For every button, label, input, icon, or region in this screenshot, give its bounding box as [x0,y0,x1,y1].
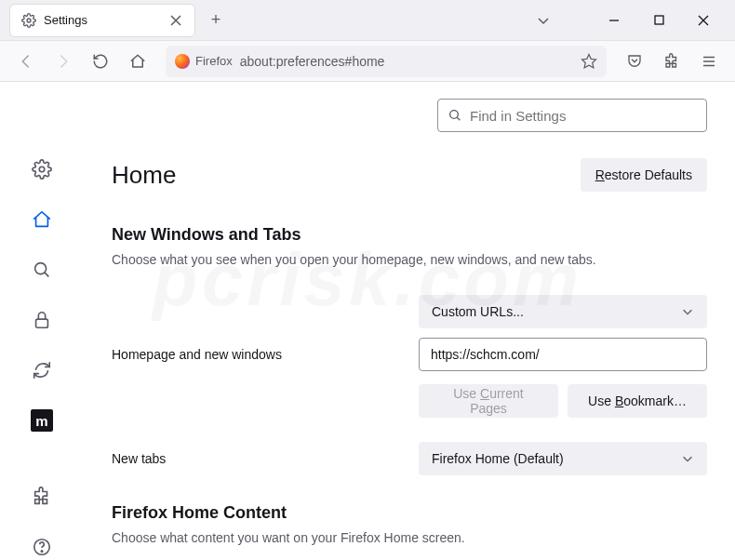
svg-rect-2 [655,16,663,24]
forward-button[interactable] [48,47,78,76]
urlbar[interactable]: Firefox about:preferences#home [166,46,607,77]
settings-search-input[interactable] [470,108,697,124]
sidebar-more[interactable]: m [29,407,55,433]
chevron-down-icon [681,452,694,465]
home-button[interactable] [123,47,153,76]
main-panel: Home Restore Defaults New Windows and Ta… [84,82,735,560]
svg-point-8 [35,263,47,274]
newtabs-mode-select[interactable]: Firefox Home (Default) [419,442,707,475]
tab-title: Settings [44,13,161,27]
minimize-button[interactable] [605,11,623,30]
bookmark-star-icon[interactable] [581,53,597,70]
close-button[interactable] [694,11,713,30]
svg-rect-10 [36,319,48,327]
urlbar-url: about:preferences#home [240,54,573,69]
use-current-pages-button: Use Current Pages [419,384,558,418]
restore-defaults-button[interactable]: Restore Defaults [581,158,707,192]
maximize-button[interactable] [649,11,668,30]
pocket-button[interactable] [620,47,649,76]
tabs-dropdown-icon[interactable] [536,13,551,28]
close-icon[interactable] [168,13,183,28]
tab-settings[interactable]: Settings [9,4,195,37]
toolbar: Firefox about:preferences#home [0,41,735,82]
svg-point-0 [27,19,31,22]
homepage-mode-value: Custom URLs... [432,304,524,319]
homepage-label: Homepage and new windows [112,347,419,362]
sidebar-search[interactable] [29,257,55,283]
gear-icon [21,13,36,28]
firefox-logo-icon [175,54,190,69]
section-new-windows-tabs-desc: Choose what you see when you open your h… [112,252,707,267]
section-home-content-title: Firefox Home Content [112,503,707,523]
sidebar-privacy[interactable] [29,307,55,333]
reload-button[interactable] [86,47,115,76]
svg-point-13 [450,111,459,119]
svg-line-14 [457,117,460,120]
newtabs-mode-value: Firefox Home (Default) [432,451,564,466]
appmenu-button[interactable] [694,47,724,76]
titlebar: Settings + [0,0,735,41]
urlbar-brand: Firefox [195,54,233,68]
page-title: Home [112,161,176,190]
use-bookmark-button[interactable]: Use Bookmark… [568,384,707,418]
sidebar-help[interactable] [29,534,55,560]
newtabs-label: New tabs [112,451,419,466]
section-new-windows-tabs-title: New Windows and Tabs [112,225,707,245]
svg-point-12 [41,551,42,552]
identity-box[interactable]: Firefox [175,54,233,69]
extensions-button[interactable] [657,47,687,76]
newtab-button[interactable]: + [201,6,231,35]
m-icon: m [31,409,53,432]
sidebar-extensions[interactable] [29,484,55,510]
content: m Home Restore Defaults New Windows and … [0,82,735,560]
svg-marker-3 [582,54,596,67]
svg-point-7 [39,167,45,172]
sidebar-general[interactable] [29,156,55,182]
chevron-down-icon [681,305,694,318]
back-button[interactable] [11,47,41,76]
homepage-url-input[interactable] [419,338,707,371]
settings-search[interactable] [437,99,707,132]
section-home-content-desc: Choose what content you want on your Fir… [112,530,707,545]
sidebar-sync[interactable] [29,357,55,383]
search-icon [448,108,462,123]
homepage-mode-select[interactable]: Custom URLs... [419,295,707,328]
sidebar-home[interactable] [29,207,55,233]
sidebar: m [0,82,84,560]
svg-line-9 [45,273,48,276]
